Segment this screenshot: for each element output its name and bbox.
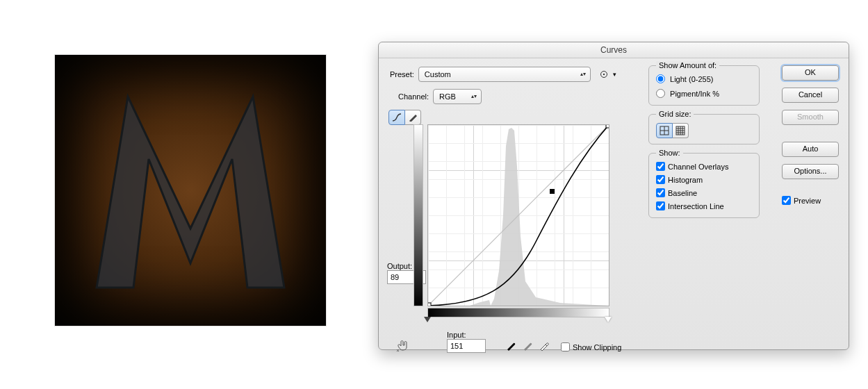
curve-grid[interactable] xyxy=(427,124,609,306)
preview-label: Preview xyxy=(794,197,821,205)
svg-rect-1 xyxy=(603,74,605,75)
show-item-input[interactable] xyxy=(656,175,665,184)
channel-select[interactable]: RGB ▴▾ xyxy=(433,89,482,104)
show-group: Show: Channel Overlays Histogram Baselin… xyxy=(648,153,760,218)
grid-size-group: Grid size: xyxy=(648,114,760,144)
curve-svg xyxy=(428,125,609,306)
preview-checkbox[interactable]: Preview xyxy=(782,196,821,205)
svg-rect-3 xyxy=(428,303,431,306)
preview-image xyxy=(55,55,326,326)
preset-label: Preset: xyxy=(390,70,414,78)
target-adjust-button[interactable] xyxy=(395,339,411,353)
black-point-slider[interactable] xyxy=(424,317,431,322)
ok-button[interactable]: OK xyxy=(782,65,839,81)
preset-select[interactable]: Custom ▴▾ xyxy=(418,67,591,82)
letter-m-icon xyxy=(65,65,316,315)
grid-4-icon xyxy=(660,126,669,135)
grid-small-button[interactable] xyxy=(656,123,673,138)
show-item-label: Histogram xyxy=(668,176,703,184)
show-legend: Show: xyxy=(656,149,683,157)
pigment-radio[interactable]: Pigment/Ink % xyxy=(656,89,752,98)
chevron-updown-icon: ▴▾ xyxy=(580,72,586,77)
preset-value: Custom xyxy=(425,70,451,78)
smooth-button[interactable]: Smooth xyxy=(782,110,839,125)
pencil-tool-button[interactable] xyxy=(405,110,421,125)
options-button[interactable]: Options... xyxy=(782,164,839,179)
eyedropper-icon xyxy=(522,340,533,351)
input-label: Input: xyxy=(447,331,486,339)
pigment-radio-input[interactable] xyxy=(656,89,665,98)
svg-rect-5 xyxy=(550,189,555,194)
show-clipping-label: Show Clipping xyxy=(573,343,621,351)
light-label: Light (0-255) xyxy=(670,75,713,83)
eyedropper-icon xyxy=(505,340,516,351)
black-eyedropper-button[interactable] xyxy=(505,340,516,351)
grid-large-button[interactable] xyxy=(673,123,689,138)
show-clipping-checkbox[interactable]: Show Clipping xyxy=(561,342,621,353)
vertical-gradient xyxy=(413,124,423,306)
pigment-label: Pigment/Ink % xyxy=(670,90,719,98)
chevron-down-icon: ▾ xyxy=(613,71,616,78)
pencil-icon xyxy=(409,113,417,122)
show-item-input[interactable] xyxy=(656,201,665,210)
show-baseline[interactable]: Baseline xyxy=(656,188,752,197)
light-radio[interactable]: Light (0-255) xyxy=(656,74,752,83)
horizontal-gradient xyxy=(427,308,609,317)
show-item-input[interactable] xyxy=(656,188,665,197)
cancel-button[interactable]: Cancel xyxy=(782,88,839,103)
channel-label: Channel: xyxy=(398,92,429,101)
preset-menu-button[interactable] xyxy=(598,68,610,81)
show-intersection-line[interactable]: Intersection Line xyxy=(656,201,752,210)
dialog-title: Curves xyxy=(379,42,849,58)
curves-dialog: Curves Preset: Custom ▴▾ ▾ Channel: RGB … xyxy=(378,42,849,350)
svg-rect-4 xyxy=(606,125,609,128)
show-channel-overlays[interactable]: Channel Overlays xyxy=(656,162,752,171)
show-clipping-input[interactable] xyxy=(561,342,570,351)
show-item-label: Channel Overlays xyxy=(668,163,728,171)
white-eyedropper-button[interactable] xyxy=(539,340,550,351)
channel-value: RGB xyxy=(439,92,456,101)
auto-button[interactable]: Auto xyxy=(782,142,839,157)
light-radio-input[interactable] xyxy=(656,74,665,83)
show-amount-group: Show Amount of: Light (0-255) Pigment/In… xyxy=(648,65,760,106)
curve-icon xyxy=(392,113,402,122)
show-item-input[interactable] xyxy=(656,162,665,171)
preview-input[interactable] xyxy=(782,196,791,205)
grid-size-legend: Grid size: xyxy=(656,110,694,118)
curve-tool-button[interactable] xyxy=(388,110,405,125)
menu-icon xyxy=(599,69,609,79)
hand-icon xyxy=(395,339,411,351)
show-item-label: Intersection Line xyxy=(668,202,724,210)
input-input[interactable] xyxy=(447,339,486,353)
eyedropper-icon xyxy=(539,340,550,351)
show-histogram[interactable]: Histogram xyxy=(656,175,752,184)
show-item-label: Baseline xyxy=(668,189,697,197)
curves-graph[interactable] xyxy=(427,124,621,317)
show-amount-legend: Show Amount of: xyxy=(656,61,719,69)
gray-eyedropper-button[interactable] xyxy=(522,340,533,351)
white-point-slider[interactable] xyxy=(605,317,612,322)
grid-16-icon xyxy=(675,126,685,135)
chevron-updown-icon: ▴▾ xyxy=(471,94,477,99)
